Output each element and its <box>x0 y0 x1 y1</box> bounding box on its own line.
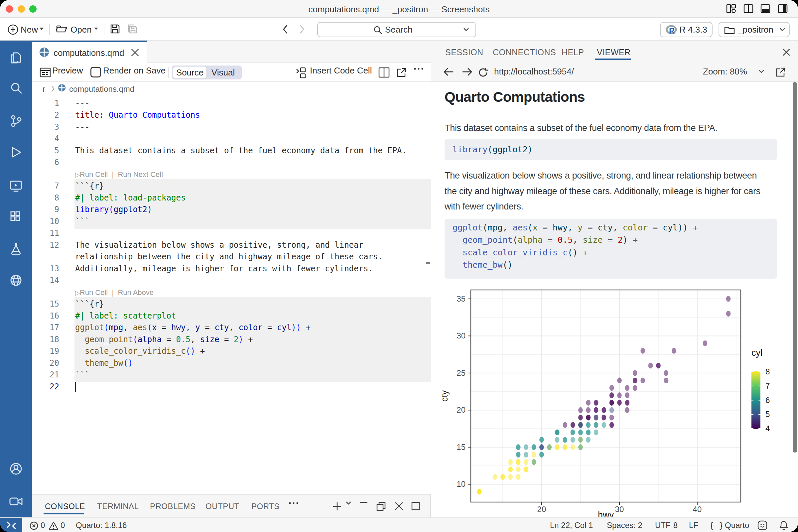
restore-panel-icon[interactable] <box>376 501 386 511</box>
main-toolbar: New Open Search R R 4.3.3 _positron <box>0 18 798 41</box>
run-cell-codelens[interactable]: ▷Run Cell | Run Next Cell <box>75 169 163 181</box>
cursor-position[interactable]: Ln 22, Col 1 <box>550 521 593 530</box>
minimize-panel-icon[interactable] <box>359 501 368 504</box>
activity-search-icon[interactable] <box>8 80 24 96</box>
code-line-10: ``` <box>75 216 423 228</box>
breadcrumb-chevron-icon <box>51 86 55 92</box>
code-line-18: geom_point(alpha = 0.5, size = 2) + <box>75 334 423 346</box>
errors-count[interactable]: 0 <box>41 521 45 530</box>
activity-run-debug-icon[interactable] <box>8 144 24 160</box>
codeblock2-line-3: scale_color_viridis_c() + <box>453 248 588 258</box>
activity-camera-icon[interactable] <box>8 493 24 509</box>
maximize-panel-icon[interactable] <box>411 501 420 511</box>
panel-tab-ports[interactable]: PORTS <box>251 502 280 511</box>
viewer-forward-icon[interactable] <box>461 67 473 76</box>
search-input[interactable]: Search <box>317 22 476 37</box>
overview-ruler-mark <box>426 262 430 264</box>
navigate-forward-icon[interactable] <box>299 25 305 34</box>
viewer-zoom-caret[interactable] <box>759 70 764 73</box>
code-editor[interactable]: 1---2title: Quarto Computations3---45Thi… <box>32 97 431 494</box>
activity-extensions-icon[interactable] <box>8 209 24 225</box>
activity-testing-icon[interactable] <box>8 241 24 257</box>
encoding[interactable]: UTF-8 <box>655 521 678 530</box>
open-button[interactable]: Open <box>71 25 92 35</box>
panel-tab-console[interactable]: CONSOLE <box>45 502 85 511</box>
visual-toggle-button[interactable]: Visual <box>207 66 240 78</box>
indentation[interactable]: Spaces: 2 <box>607 521 642 530</box>
activity-files-icon[interactable] <box>8 50 24 65</box>
line-number-5: 5 <box>32 145 59 157</box>
source-visual-toggle: Source Visual <box>172 65 242 79</box>
codeblock2-line-1: ggplot(mpg, aes(x = hwy, y = cty, color … <box>453 223 698 232</box>
split-editor-action-icon[interactable] <box>378 67 390 78</box>
viewer-zoom-label[interactable]: Zoom: 80% <box>703 66 747 77</box>
new-dropdown-caret[interactable] <box>39 27 44 30</box>
toggle-secondary-sidebar-icon[interactable] <box>778 4 788 13</box>
open-preview-external-icon[interactable] <box>396 67 407 78</box>
open-dropdown-caret[interactable] <box>94 27 98 30</box>
panel-more-icon[interactable] <box>289 501 299 505</box>
breadcrumb-file[interactable]: computations.qmd <box>69 84 134 94</box>
close-panel-icon[interactable] <box>394 501 404 511</box>
new-console-icon[interactable] <box>332 501 342 511</box>
save-all-icon[interactable] <box>127 24 139 35</box>
language-mode[interactable]: Quarto <box>725 521 749 530</box>
code-line-7: ```{r} <box>75 180 423 192</box>
tab-computations-qmd[interactable]: computations.qmd <box>32 41 147 63</box>
render-on-save-checkbox[interactable] <box>91 67 101 77</box>
line-number-1: 1 <box>32 98 59 110</box>
close-secondary-sidebar-icon[interactable] <box>782 48 791 57</box>
preview-button[interactable]: Preview <box>52 65 83 76</box>
panel-tab-output[interactable]: OUTPUT <box>206 502 240 511</box>
notifications-icon[interactable] <box>779 520 788 530</box>
viewer-back-icon[interactable] <box>443 67 454 76</box>
line-number-8: 8 <box>32 192 59 204</box>
warnings-count[interactable]: 0 <box>60 521 65 530</box>
svg-text:R: R <box>669 26 674 35</box>
code-line-8: #| label: load-packages <box>75 192 423 204</box>
search-dropdown-caret[interactable] <box>463 28 469 31</box>
quarto-version[interactable]: Quarto: 1.8.16 <box>76 521 127 530</box>
code-line-5: This dataset contains a subset of the fu… <box>75 145 423 157</box>
more-actions-icon[interactable] <box>414 67 424 71</box>
layout-customize-icon[interactable] <box>726 4 736 13</box>
insert-code-cell-button[interactable]: Insert Code Cell <box>310 65 372 76</box>
workspace-button[interactable]: _positron <box>719 22 790 37</box>
code-line-20: theme_bw() <box>75 358 423 369</box>
doc-paragraph-1: This dataset contains a subset of the fu… <box>444 120 772 136</box>
activity-source-control-icon[interactable] <box>8 113 24 129</box>
svg-text:4: 4 <box>765 424 770 433</box>
eol[interactable]: LF <box>689 521 698 530</box>
split-editor-icon[interactable] <box>743 4 754 13</box>
tab-session[interactable]: SESSION <box>445 48 483 57</box>
breadcrumb-root[interactable]: r <box>42 84 45 94</box>
tab-connections[interactable]: CONNECTIONS <box>493 48 556 57</box>
tab-viewer[interactable]: VIEWER <box>597 48 631 57</box>
console-dropdown-icon[interactable] <box>346 501 351 505</box>
viewer-scrollbar[interactable] <box>793 82 797 453</box>
viewer-reload-icon[interactable] <box>478 67 489 78</box>
window-corner <box>790 524 798 532</box>
toggle-panel-icon[interactable] <box>760 4 771 13</box>
activity-globe-icon[interactable] <box>8 272 24 288</box>
bottom-panel-tabbar: CONSOLETERMINALPROBLEMSOUTPUTPORTS <box>32 494 430 517</box>
source-toggle-button[interactable]: Source <box>173 66 207 78</box>
warnings-icon <box>49 521 58 530</box>
viewer-url[interactable]: http://localhost:5954/ <box>494 66 574 77</box>
line-number-13: 13 <box>32 263 59 275</box>
viewer-open-external-icon[interactable] <box>775 67 786 77</box>
panel-tab-problems[interactable]: PROBLEMS <box>150 502 195 511</box>
tab-help[interactable]: HELP <box>562 48 584 57</box>
activity-account-icon[interactable] <box>8 461 24 477</box>
save-icon[interactable] <box>110 24 120 34</box>
svg-text:15: 15 <box>457 442 466 452</box>
r-runtime-button[interactable]: R R 4.3.3 <box>660 22 712 37</box>
r-logo-icon: R <box>665 25 677 36</box>
close-tab-icon[interactable] <box>130 48 140 57</box>
new-button[interactable]: New <box>21 25 38 35</box>
run-cell-codelens[interactable]: ▷Run Cell | Run Above <box>75 287 154 299</box>
panel-tab-terminal[interactable]: TERMINAL <box>97 502 139 511</box>
navigate-back-icon[interactable] <box>282 25 289 34</box>
activity-sessions-icon[interactable] <box>8 178 24 194</box>
feedback-icon[interactable] <box>757 520 767 530</box>
